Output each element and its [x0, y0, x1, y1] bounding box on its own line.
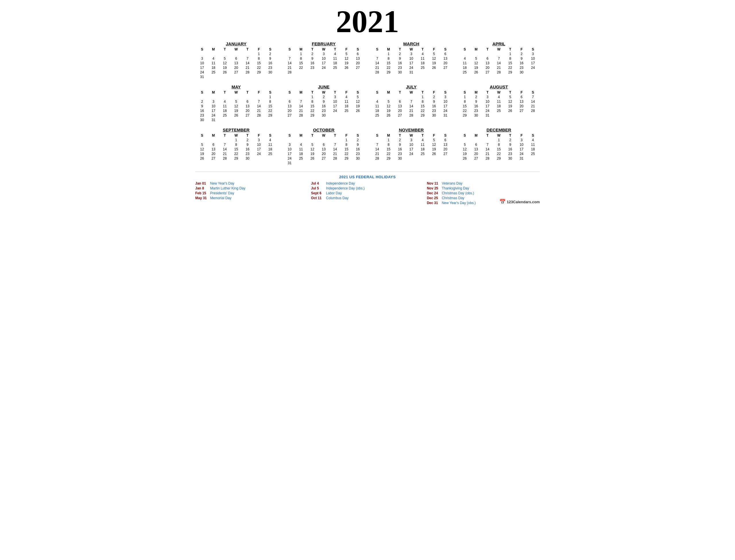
calendar-day: 16	[471, 104, 482, 108]
calendar-day: 27	[482, 70, 493, 75]
calendar-day	[307, 138, 318, 142]
calendar-day: 9	[242, 142, 253, 147]
holiday-row: Jan 8Martin Luther King Day	[195, 186, 308, 190]
holiday-name: Independence Day	[326, 181, 355, 185]
calendar-day: 30	[318, 113, 330, 118]
calendar-day	[231, 118, 242, 122]
calendar-day: 4	[295, 142, 307, 147]
calendar-day: 10	[329, 99, 341, 104]
day-header: W	[493, 47, 505, 52]
calendar-day: 8	[459, 99, 471, 104]
day-header: S	[264, 90, 276, 95]
calendar-day: 11	[417, 56, 428, 61]
calendar-day: 23	[242, 152, 253, 156]
calendar-day	[219, 118, 231, 122]
day-header: T	[307, 133, 318, 138]
day-header: T	[307, 47, 318, 52]
calendar-day: 18	[219, 108, 231, 113]
holiday-name: New Year's Day (obs.)	[442, 201, 476, 205]
calendar-day: 3	[406, 138, 417, 142]
calendar-day: 7	[329, 142, 341, 147]
calendar-day: 25	[372, 113, 383, 118]
day-header: S	[372, 90, 383, 95]
calendar-day: 11	[459, 61, 471, 65]
holiday-date: Dec 31	[427, 201, 440, 205]
calendar-day: 10	[440, 99, 451, 104]
day-header: M	[383, 47, 394, 52]
holiday-date: Jul 4	[311, 181, 324, 185]
holiday-col-1: Jan 01New Year's DayJan 8Martin Luther K…	[195, 181, 308, 205]
month-name: JULY	[372, 84, 451, 89]
calendar-day	[527, 70, 539, 75]
month-november: NOVEMBERSMTWTFS1234567891011121314151617…	[370, 126, 452, 166]
calendar-day: 26	[341, 65, 352, 70]
calendar-day: 6	[516, 95, 527, 99]
calendar-day: 25	[295, 156, 307, 161]
calendar-day: 2	[504, 138, 516, 142]
month-march: MARCHSMTWTFS1234567891011121314151617181…	[370, 40, 452, 80]
calendar-day: 7	[527, 95, 539, 99]
holiday-date: Oct 11	[311, 196, 324, 200]
calendar-day	[406, 156, 417, 161]
calendar-day: 11	[295, 147, 307, 152]
calendar-day	[219, 95, 231, 99]
calendar-day	[208, 95, 219, 99]
calendar-day	[394, 95, 406, 99]
calendar-day: 22	[383, 152, 394, 156]
calendar-day: 24	[440, 108, 451, 113]
calendar-day	[440, 70, 451, 75]
calendar-day	[493, 52, 505, 56]
calendar-day: 1	[231, 138, 242, 142]
calendar-day: 13	[394, 104, 406, 108]
day-header: T	[482, 47, 493, 52]
day-header: T	[417, 133, 428, 138]
calendar-day: 13	[471, 147, 482, 152]
calendar-day: 26	[307, 156, 318, 161]
calendar-day: 18	[264, 147, 276, 152]
calendar-day	[471, 138, 482, 142]
calendar-day	[253, 95, 265, 99]
calendar-day: 16	[264, 61, 276, 65]
calendar-day: 13	[231, 61, 242, 65]
calendar-day: 7	[482, 142, 493, 147]
calendar-day: 8	[493, 142, 505, 147]
calendar-day: 15	[231, 147, 242, 152]
calendar-day: 21	[219, 152, 231, 156]
calendar-day	[372, 95, 383, 99]
calendar-day: 13	[242, 104, 253, 108]
calendar-day: 19	[428, 61, 440, 65]
calendar-day: 4	[527, 138, 539, 142]
calendar-day: 20	[242, 108, 253, 113]
calendar-day: 12	[428, 56, 440, 61]
calendar-day: 28	[295, 113, 307, 118]
calendar-day: 24	[208, 113, 219, 118]
month-name: NOVEMBER	[372, 127, 451, 132]
calendar-day: 1	[459, 95, 471, 99]
calendar-day: 19	[219, 65, 231, 70]
calendar-day: 7	[242, 56, 253, 61]
calendar-day: 6	[440, 138, 451, 142]
calendar-day: 2	[394, 138, 406, 142]
calendar-day: 6	[318, 142, 330, 147]
calendar-day: 23	[196, 113, 208, 118]
month-february: FEBRUARYSMTWTFS1234567891011121314151617…	[283, 40, 365, 80]
calendar-day: 30	[242, 156, 253, 161]
day-header: S	[372, 133, 383, 138]
day-header: S	[527, 90, 539, 95]
calendar-day: 22	[307, 108, 318, 113]
calendar-day: 28	[242, 70, 253, 75]
calendar-day: 5	[428, 52, 440, 56]
day-header: F	[253, 90, 265, 95]
calendar-day: 26	[196, 156, 208, 161]
calendar-day: 21	[493, 65, 505, 70]
holiday-name: Martin Luther King Day	[210, 186, 245, 190]
calendar-day: 25	[459, 70, 471, 75]
calendar-day: 3	[196, 56, 208, 61]
calendar-day: 24	[482, 108, 493, 113]
calendar-day: 4	[208, 56, 219, 61]
calendar-day	[219, 75, 231, 79]
calendar-day: 29	[383, 70, 394, 75]
day-header: M	[383, 133, 394, 138]
day-header: T	[504, 133, 516, 138]
calendar-day: 5	[352, 95, 363, 99]
